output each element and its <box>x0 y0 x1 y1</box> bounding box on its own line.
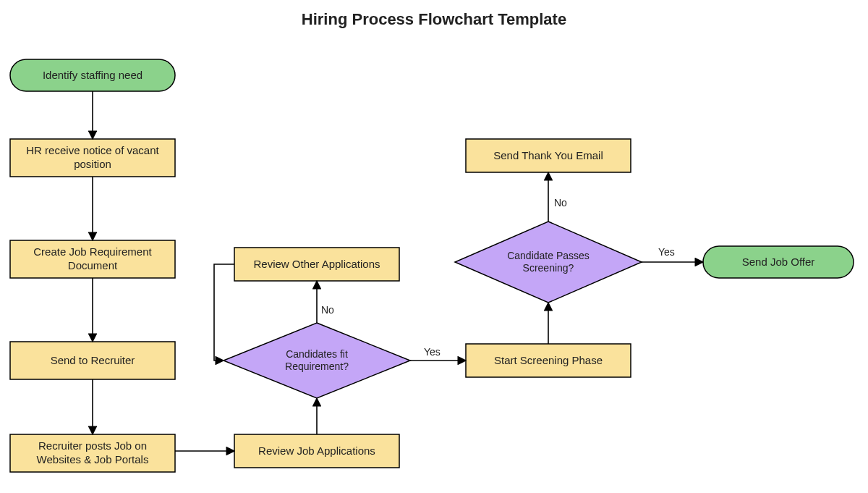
node-hr-receive-notice: HR receive notice of vacant position <box>10 139 175 177</box>
node-send-thank-you-email: Send Thank You Email <box>466 139 631 172</box>
edge-label-d1-yes: Yes <box>424 346 441 358</box>
node-candidates-fit-requirement: Candidates fit Requirement? <box>224 323 410 398</box>
node-label: Review Job Applications <box>234 434 399 468</box>
node-label: Review Other Applications <box>234 248 399 281</box>
node-label: Recruiter posts Job on Websites & Job Po… <box>10 434 175 472</box>
edge-label-d2-no: No <box>554 197 567 208</box>
node-send-job-offer: Send Job Offer <box>703 246 854 278</box>
node-identify-staffing-need: Identify staffing need <box>10 59 175 91</box>
node-create-job-req: Create Job Requirement Document <box>10 240 175 278</box>
node-review-job-applications: Review Job Applications <box>234 434 399 468</box>
edge-n7-d1 <box>214 264 234 361</box>
node-label: Identify staffing need <box>10 59 175 91</box>
node-send-to-recruiter: Send to Recruiter <box>10 342 175 379</box>
node-review-other-applications: Review Other Applications <box>234 248 399 281</box>
node-candidate-passes-screening: Candidate Passes Screening? <box>455 222 642 303</box>
node-label: Send Job Offer <box>703 246 854 278</box>
node-start-screening-phase: Start Screening Phase <box>466 344 631 377</box>
node-label: Candidate Passes Screening? <box>490 237 606 287</box>
edge-label-d1-no: No <box>321 304 334 316</box>
node-label: Candidates fit Requirement? <box>250 334 383 387</box>
node-label: Start Screening Phase <box>466 344 631 377</box>
node-label: Send Thank You Email <box>466 139 631 172</box>
node-label: Create Job Requirement Document <box>10 240 175 278</box>
node-label: Send to Recruiter <box>10 342 175 379</box>
node-label: HR receive notice of vacant position <box>10 139 175 177</box>
node-recruiter-posts-job: Recruiter posts Job on Websites & Job Po… <box>10 434 175 472</box>
flowchart-canvas: Identify staffing need HR receive notice… <box>0 0 868 493</box>
edge-label-d2-yes: Yes <box>658 246 675 258</box>
